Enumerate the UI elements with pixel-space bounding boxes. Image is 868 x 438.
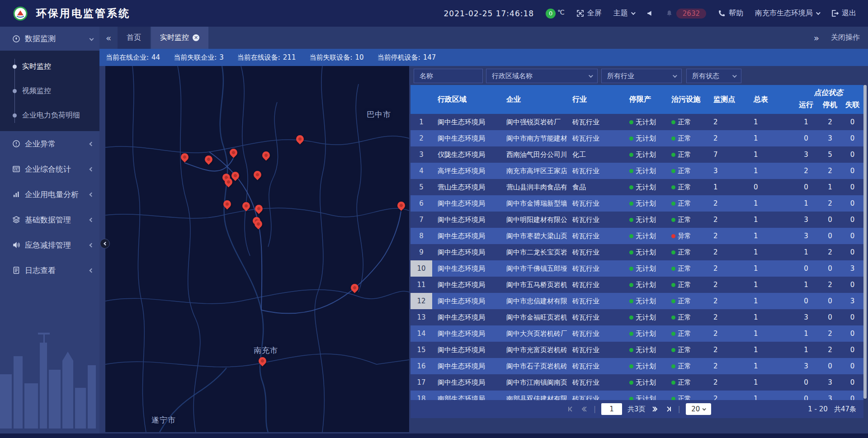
table-row-17[interactable]: 17阆中生态环境局阆中市江南镇阆南页岩砖瓦行业无计划正常21030 xyxy=(410,374,863,391)
table-row-11[interactable]: 11阆中生态环境局阆中市五马桥页岩机砖砖瓦行业无计划正常21120 xyxy=(410,277,863,293)
map-road-network xyxy=(105,66,409,432)
table-row-8[interactable]: 8阆中生态环境局阆中市枣碧大梁山页岩砖瓦行业无计划异常21300 xyxy=(410,228,863,244)
stop-label: 无计划 xyxy=(636,346,656,354)
name-search-field[interactable] xyxy=(414,69,483,83)
row-number-cell: 12 xyxy=(410,293,432,309)
table-scrollbar[interactable] xyxy=(863,85,867,399)
table-row-4[interactable]: 4高坪生态环境局南充市高坪区王家店建砖瓦行业无计划正常31220 xyxy=(410,163,863,179)
status-green-dot-icon xyxy=(629,120,633,124)
page-size-select[interactable]: 20 xyxy=(686,403,711,415)
chevron-left-icon xyxy=(90,141,94,146)
row-number-cell: 1 xyxy=(410,114,432,130)
close-operations-button[interactable]: 关闭操作 xyxy=(831,33,860,42)
stop-cell: 无计划 xyxy=(629,248,666,257)
monitor-cell: 1 xyxy=(713,183,748,191)
table-row-16[interactable]: 16阆中生态环境局阆中市石子页岩机砖厂砖瓦行业无计划正常21300 xyxy=(410,358,863,374)
lost-cell: 0 xyxy=(841,232,863,240)
logout-button[interactable]: 退出 xyxy=(831,9,856,18)
region-cell: 阆中生态环境局 xyxy=(438,199,501,208)
prev-page-button[interactable] xyxy=(580,405,588,413)
table-header: 点位状态 运行停机失联 行政区域企业行业停限产治污设施监测点总表 xyxy=(410,85,863,114)
sidebar-group-1[interactable]: 企业异常 xyxy=(0,131,99,156)
alarm-badge[interactable]: 2632 xyxy=(665,9,706,19)
table-row-7[interactable]: 7阆中生态环境局阆中明阳建材有限公司砖瓦行业无计划正常21300 xyxy=(410,212,863,228)
company-cell: 阆中大兴页岩机砖厂 xyxy=(506,330,567,338)
sidebar-group-2[interactable]: 企业综合统计 xyxy=(0,156,99,182)
layers-icon xyxy=(12,216,20,224)
sidebar-item-0-1[interactable]: 视频监控 xyxy=(0,79,99,103)
sidebar-item-0-0[interactable]: 实时监控 xyxy=(0,54,99,79)
lost-cell: 0 xyxy=(841,281,863,289)
sidebar-group-3[interactable]: 企业用电量分析 xyxy=(0,182,99,207)
table-row-14[interactable]: 14阆中生态环境局阆中大兴页岩机砖厂砖瓦行业无计划正常21120 xyxy=(410,325,863,342)
first-page-button[interactable] xyxy=(566,405,575,413)
table-row-1[interactable]: 1阆中生态环境局阆中强锐页岩砖厂砖瓦行业无计划正常21120 xyxy=(410,114,863,130)
company-cell: 阆中市南方节能建材有 xyxy=(506,134,567,143)
name-search-input[interactable] xyxy=(420,72,477,80)
row-number-cell: 2 xyxy=(410,130,432,146)
stat-label: 当前在线企业: xyxy=(106,53,149,62)
stop-cell: 无计划 xyxy=(629,330,666,338)
sidebar-group-label: 日志查看 xyxy=(25,265,56,276)
org-menu[interactable]: 南充市生态环境局 xyxy=(755,9,819,18)
table-row-12[interactable]: 12阆中生态环境局阆中市忠信建材有限公砖瓦行业无计划正常21003 xyxy=(410,293,863,309)
region-select[interactable]: 行政区域名称 xyxy=(486,69,598,83)
timeline-dot-icon xyxy=(13,113,17,118)
status-green-dot-icon xyxy=(671,185,675,189)
industry-select[interactable]: 所有行业 xyxy=(601,69,682,83)
tabs-scroll-left-button[interactable]: « xyxy=(99,27,118,49)
company-cell: 阆中市金博瑞新型墙材 xyxy=(506,199,567,208)
table-row-2[interactable]: 2阆中生态环境局阆中市南方节能建材有砖瓦行业无计划正常21030 xyxy=(410,130,863,146)
status-green-dot-icon xyxy=(671,283,675,287)
region-cell: 阆中生态环境局 xyxy=(438,378,501,387)
last-page-button[interactable] xyxy=(665,405,673,413)
table-row-13[interactable]: 13阆中生态环境局阆中市金福旺页岩机砖砖瓦行业无计划正常21300 xyxy=(410,309,863,325)
region-cell: 阆中生态环境局 xyxy=(438,232,501,240)
column-header-sub-1: 停机 xyxy=(819,100,841,110)
mute-button[interactable] xyxy=(646,9,654,17)
tabs-scroll-right-button[interactable]: » xyxy=(814,33,819,43)
sidebar-group-0[interactable]: 数据监测 xyxy=(0,27,99,51)
help-button[interactable]: 帮助 xyxy=(718,9,743,18)
halt-cell: 0 xyxy=(819,232,841,240)
status-green-dot-icon xyxy=(629,316,633,320)
status-green-dot-icon xyxy=(629,218,633,222)
industry-cell: 砖瓦行业 xyxy=(572,232,624,240)
sidebar-group-5[interactable]: 应急减排管理 xyxy=(0,232,99,258)
tab-close-icon[interactable]: ✕ xyxy=(193,34,199,41)
last-page-icon xyxy=(665,405,672,413)
status-green-dot-icon xyxy=(671,202,675,206)
map-panel[interactable]: 巴中市南充市遂宁市 xyxy=(105,66,409,432)
phone-icon xyxy=(718,9,726,17)
facility-cell: 正常 xyxy=(671,199,708,208)
table-row-9[interactable]: 9阆中生态环境局阆中市二龙长宝页岩砖砖瓦行业无计划正常21120 xyxy=(410,244,863,260)
tab-realtime-monitor[interactable]: 实时监控 ✕ xyxy=(151,27,208,49)
stop-cell: 无计划 xyxy=(629,151,666,159)
logout-icon xyxy=(831,9,839,17)
industry-cell: 化工 xyxy=(572,151,624,159)
industry-cell: 砖瓦行业 xyxy=(572,297,624,306)
theme-menu[interactable]: 主题 xyxy=(613,9,634,18)
page-number-input[interactable] xyxy=(601,403,622,415)
map-collapse-button[interactable] xyxy=(100,239,110,249)
fullscreen-button[interactable]: 全屏 xyxy=(576,9,602,18)
tab-home[interactable]: 首页 xyxy=(118,27,150,49)
status-green-dot-icon xyxy=(671,218,675,222)
lost-cell: 3 xyxy=(841,297,863,305)
stat-value: 211 xyxy=(283,53,296,61)
table-row-5[interactable]: 5营山生态环境局营山县润丰肉食品有限食品无计划正常10010 xyxy=(410,179,863,195)
run-cell: 2 xyxy=(793,167,819,175)
company-cell: 阆中明阳建材有限公司 xyxy=(506,216,567,224)
table-row-10[interactable]: 10阆中生态环境局阆中市千佛镇五郎垭页岩砖瓦行业无计划正常21003 xyxy=(410,260,863,277)
sidebar-item-0-2[interactable]: 企业电力负荷明细 xyxy=(0,103,99,127)
run-cell: 1 xyxy=(793,118,819,126)
table-row-6[interactable]: 6阆中生态环境局阆中市金博瑞新型墙材砖瓦行业无计划正常21120 xyxy=(410,195,863,212)
stop-cell: 无计划 xyxy=(629,264,666,273)
region-cell: 阆中生态环境局 xyxy=(438,216,501,224)
table-row-3[interactable]: 3仪陇生态环境局西南油气田分公司川中化工无计划正常71350 xyxy=(410,146,863,163)
table-row-15[interactable]: 15阆中生态环境局阆中市光富页岩机砖厂砖瓦行业无计划正常21120 xyxy=(410,342,863,358)
stop-cell: 无计划 xyxy=(629,199,666,208)
next-page-button[interactable] xyxy=(651,405,659,413)
sidebar-group-4[interactable]: 基础数据管理 xyxy=(0,207,99,232)
status-select[interactable]: 所有状态 xyxy=(686,69,741,83)
